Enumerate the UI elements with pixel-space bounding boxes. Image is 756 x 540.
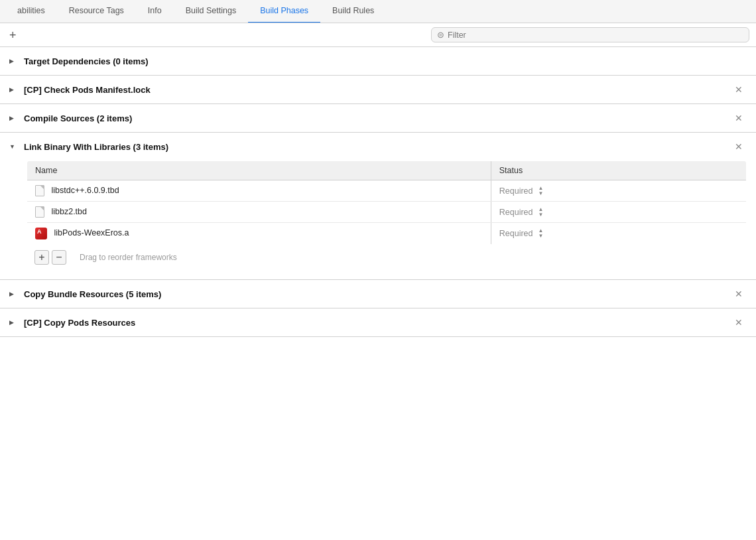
close-check-pods-manifest-button[interactable]: ✕: [731, 84, 747, 96]
lib-status-cell[interactable]: Required ▲▼: [491, 180, 746, 202]
table-header-row: Name Status: [27, 161, 747, 180]
section-title-link-binary: Link Binary With Libraries (3 items): [24, 142, 731, 152]
status-stepper-2[interactable]: ▲▼: [538, 228, 544, 239]
filter-icon: ⊜: [437, 30, 444, 40]
file-doc-icon: [35, 185, 44, 196]
table-row: libbz2.tbd Required ▲▼: [27, 202, 747, 223]
section-link-binary: ▼ Link Binary With Libraries (3 items) ✕…: [0, 133, 756, 280]
status-stepper-0[interactable]: ▲▼: [538, 186, 544, 196]
chevron-right-icon: ▶: [9, 58, 17, 64]
filter-box: ⊜: [431, 27, 749, 42]
close-copy-pods-button[interactable]: ✕: [731, 316, 747, 328]
close-link-binary-button[interactable]: ✕: [731, 141, 747, 153]
section-header-compile-sources[interactable]: ▶ Compile Sources (2 items) ✕: [0, 104, 756, 132]
tab-capabilities[interactable]: abilities: [5, 0, 57, 23]
file-doc-icon-2: [35, 206, 44, 218]
section-header-copy-pods-resources[interactable]: ▶ [CP] Copy Pods Resources ✕: [0, 308, 756, 336]
lib-name-cell-2: libbz2.tbd: [27, 202, 491, 223]
content-area: ▶ Target Dependencies (0 items) ▶ [CP] C…: [0, 47, 756, 337]
section-copy-pods-resources: ▶ [CP] Copy Pods Resources ✕: [0, 308, 756, 337]
close-compile-sources-button[interactable]: ✕: [731, 112, 747, 124]
section-compile-sources: ▶ Compile Sources (2 items) ✕: [0, 104, 756, 133]
close-copy-bundle-button[interactable]: ✕: [731, 288, 747, 300]
tab-build-phases[interactable]: Build Phases: [248, 0, 320, 23]
filter-input[interactable]: [448, 31, 743, 40]
chevron-down-icon: ▼: [9, 143, 17, 150]
tab-build-rules[interactable]: Build Rules: [320, 0, 386, 23]
add-library-button[interactable]: +: [34, 250, 49, 265]
section-title-compile-sources: Compile Sources (2 items): [24, 113, 731, 123]
lib-name-cell-3: libPods-WeexEros.a: [27, 223, 491, 245]
remove-library-button[interactable]: −: [52, 250, 66, 265]
section-header-copy-bundle-resources[interactable]: ▶ Copy Bundle Resources (5 items) ✕: [0, 280, 756, 308]
status-stepper-1[interactable]: ▲▼: [538, 207, 544, 218]
tab-build-settings[interactable]: Build Settings: [174, 0, 248, 23]
section-target-dependencies: ▶ Target Dependencies (0 items): [0, 47, 756, 76]
add-phase-button[interactable]: +: [7, 28, 19, 42]
table-footer: + − Drag to reorder frameworks: [27, 245, 747, 270]
section-header-target-dependencies[interactable]: ▶ Target Dependencies (0 items): [0, 47, 756, 75]
toolbar: + ⊜: [0, 23, 756, 47]
section-title-check-pods-manifest: [CP] Check Pods Manifest.lock: [24, 85, 731, 95]
chevron-right-icon-2: ▶: [9, 86, 17, 93]
chevron-right-icon-5: ▶: [9, 319, 17, 326]
link-binary-body: Name Status libstdc++.6.0.9.tbd Required: [0, 161, 756, 279]
libraries-table: Name Status libstdc++.6.0.9.tbd Required: [27, 161, 747, 245]
lib-status-cell-3[interactable]: Required ▲▼: [491, 223, 746, 245]
col-header-name: Name: [27, 161, 491, 180]
section-title-target-dependencies: Target Dependencies (0 items): [24, 56, 747, 66]
tab-bar: abilities Resource Tags Info Build Setti…: [0, 0, 756, 23]
col-header-status: Status: [491, 161, 746, 180]
chevron-right-icon-3: ▶: [9, 115, 17, 121]
table-row: libstdc++.6.0.9.tbd Required ▲▼: [27, 180, 747, 202]
section-header-link-binary[interactable]: ▼ Link Binary With Libraries (3 items) ✕: [0, 133, 756, 161]
drag-hint-label: Drag to reorder frameworks: [80, 253, 177, 262]
lib-name-cell: libstdc++.6.0.9.tbd: [27, 180, 491, 202]
section-copy-bundle-resources: ▶ Copy Bundle Resources (5 items) ✕: [0, 280, 756, 308]
section-check-pods-manifest: ▶ [CP] Check Pods Manifest.lock ✕: [0, 76, 756, 104]
tab-resource-tags[interactable]: Resource Tags: [57, 0, 136, 23]
table-row: libPods-WeexEros.a Required ▲▼: [27, 223, 747, 245]
chevron-right-icon-4: ▶: [9, 291, 17, 297]
section-title-copy-bundle-resources: Copy Bundle Resources (5 items): [24, 289, 731, 299]
section-title-copy-pods-resources: [CP] Copy Pods Resources: [24, 318, 731, 328]
pods-lib-icon: [35, 228, 47, 239]
lib-status-cell-2[interactable]: Required ▲▼: [491, 202, 746, 223]
section-header-check-pods-manifest[interactable]: ▶ [CP] Check Pods Manifest.lock ✕: [0, 76, 756, 103]
tab-info[interactable]: Info: [136, 0, 174, 23]
